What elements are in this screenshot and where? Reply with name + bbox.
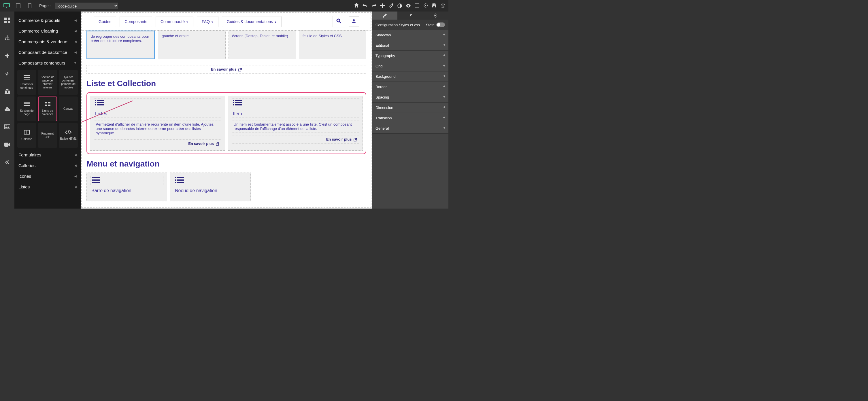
sidebar-item-commerce-cleaning[interactable]: Commerce Cleaning◀ (14, 26, 81, 36)
nav-communaute[interactable]: Communauté▼ (156, 16, 193, 27)
nav-composants[interactable]: Composants (120, 16, 152, 27)
prop-grid[interactable]: Grid◀ (372, 61, 448, 71)
sidebar-item-backoffice[interactable]: Composant de backoffice◀ (14, 47, 81, 58)
learn-more-link[interactable]: En savoir plus (87, 65, 366, 74)
prop-background[interactable]: Background◀ (372, 71, 448, 82)
config-header: Configuration Styles et css State (372, 20, 448, 30)
user-button[interactable] (349, 16, 359, 27)
card-barre-nav[interactable]: Barre de navigation (87, 173, 167, 201)
rail-tree-icon[interactable] (4, 35, 10, 41)
comp-container-generique[interactable]: Container générique (17, 70, 36, 95)
svg-rect-0 (4, 3, 9, 7)
prop-border[interactable]: Border◀ (372, 82, 448, 92)
svg-point-64 (435, 15, 436, 16)
mobile-icon[interactable] (26, 3, 33, 9)
text-icon[interactable] (432, 3, 437, 8)
right-panel: Configuration Styles et css State Shadow… (372, 11, 448, 208)
card-noeud-nav[interactable]: Noeud de navigation (170, 173, 251, 201)
undo-icon[interactable] (363, 3, 368, 8)
comp-ligne-colonnes[interactable]: Ligne de colonnes (38, 97, 57, 121)
tablet-icon[interactable] (14, 3, 22, 9)
nav-faq[interactable]: FAQ▼ (197, 16, 218, 27)
svg-rect-61 (177, 182, 184, 183)
list-icon (24, 75, 30, 81)
settings-icon[interactable] (423, 3, 428, 8)
add-icon[interactable] (380, 3, 385, 8)
svg-rect-60 (175, 182, 176, 183)
prop-dimension[interactable]: Dimension◀ (372, 103, 448, 113)
edit-icon[interactable] (389, 3, 394, 8)
canvas[interactable]: Guides Composants Communauté▼ FAQ▼ Guide… (81, 11, 372, 208)
rail-widgets-icon[interactable] (4, 17, 10, 24)
svg-rect-50 (92, 177, 93, 178)
tool-tab-gear[interactable] (423, 11, 448, 20)
page-select[interactable]: docs-guide (55, 3, 118, 9)
prop-spacing[interactable]: Spacing◀ (372, 92, 448, 103)
prop-typography[interactable]: Typography◀ (372, 51, 448, 61)
sidebar-item-commerce-produits[interactable]: Commerce & produits◀ (14, 15, 81, 26)
card-listes[interactable]: Listes Permettent d'afficher de manière … (90, 96, 225, 151)
sidebar-item-galleries[interactable]: Galleries◀ (14, 160, 81, 171)
comp-canvas[interactable]: Canvas (59, 97, 78, 121)
card-container[interactable]: feuille de Styles et CSS (299, 31, 366, 59)
svg-point-16 (8, 39, 9, 40)
search-button[interactable] (333, 16, 345, 27)
card-container[interactable]: gauche et droite. (158, 31, 225, 59)
caret-icon: ◀ (74, 185, 76, 189)
sidebar-item-formulaires[interactable]: Formulaires◀ (14, 149, 81, 160)
nav-guides[interactable]: Guides (94, 16, 116, 27)
comp-fragment-jsp[interactable]: Fragment JSP (38, 123, 57, 148)
comp-ajouter-conteneur[interactable]: Ajouter conteneur primaire de modèle (59, 70, 78, 95)
svg-rect-44 (235, 100, 242, 101)
state-toggle[interactable]: State (426, 23, 445, 27)
card-item[interactable]: Item Un Item est fondamentalement associ… (228, 96, 363, 151)
prop-general[interactable]: General◀ (372, 123, 448, 134)
sidebar-item-listes[interactable]: Listes◀ (14, 181, 81, 192)
layers-icon[interactable] (414, 3, 420, 8)
card-container[interactable]: écrans (Destop, Tablet, et mobile) (228, 31, 296, 59)
toggle-switch[interactable] (436, 23, 445, 27)
svg-rect-36 (95, 100, 96, 101)
left-sidebar: Commerce & produits◀ Commerce Cleaning◀ … (14, 11, 81, 208)
learn-more-link[interactable]: En savoir plus (232, 135, 359, 144)
svg-rect-9 (4, 18, 7, 20)
desktop-icon[interactable] (3, 3, 10, 9)
sidebar-item-icones[interactable]: Icones◀ (14, 171, 81, 181)
contrast-icon[interactable] (397, 3, 402, 8)
rail-video-icon[interactable] (4, 141, 10, 148)
chevron-down-icon: ▼ (211, 21, 214, 24)
rail-plugin-icon[interactable] (4, 53, 10, 59)
sidebar-item-commercants[interactable]: Commerçants & vendeurs◀ (14, 36, 81, 47)
pink-highlighted-row[interactable]: Listes Permettent d'afficher de manière … (87, 92, 366, 154)
sidebar-item-conteneurs[interactable]: Composants conteneurs▼ (14, 58, 81, 68)
caret-icon: ◀ (74, 164, 76, 167)
chevron-down-icon: ▼ (274, 21, 277, 24)
comp-section-page[interactable]: Section de page (17, 97, 36, 121)
rail-image-icon[interactable] (4, 124, 10, 130)
comp-balise-html[interactable]: Balise HTML (59, 123, 78, 148)
rail-collapse-icon[interactable] (4, 159, 10, 166)
learn-more-link[interactable]: En savoir plus (94, 139, 221, 148)
comp-section-premier[interactable]: Section de page de premier niveau (38, 70, 57, 95)
target-icon[interactable] (440, 3, 445, 8)
comp-colonne[interactable]: Colonne (17, 123, 36, 148)
rail-bank-icon[interactable] (4, 88, 10, 95)
card-container[interactable]: de regrouper des composants pour créer d… (87, 31, 155, 59)
svg-rect-41 (97, 104, 104, 105)
tool-tab-wand[interactable] (397, 11, 423, 20)
prop-shadows[interactable]: Shadows◀ (372, 30, 448, 40)
tool-tab-brush[interactable] (372, 11, 397, 20)
svg-rect-22 (24, 79, 30, 79)
svg-rect-45 (233, 102, 234, 103)
nav-guides-docs[interactable]: Guides & documentations▼ (222, 16, 282, 27)
caret-icon: ◀ (74, 153, 76, 157)
content-area: de regrouper des composants pour créer d… (82, 31, 371, 201)
eye-icon[interactable] (406, 3, 411, 8)
svg-rect-37 (97, 100, 104, 101)
home-icon[interactable] (354, 3, 359, 8)
prop-transition[interactable]: Transition◀ (372, 113, 448, 123)
prop-editorial[interactable]: Editorial◀ (372, 40, 448, 51)
rail-plant-icon[interactable] (4, 71, 10, 77)
redo-icon[interactable] (371, 3, 376, 8)
rail-cloud-icon[interactable] (4, 106, 10, 112)
